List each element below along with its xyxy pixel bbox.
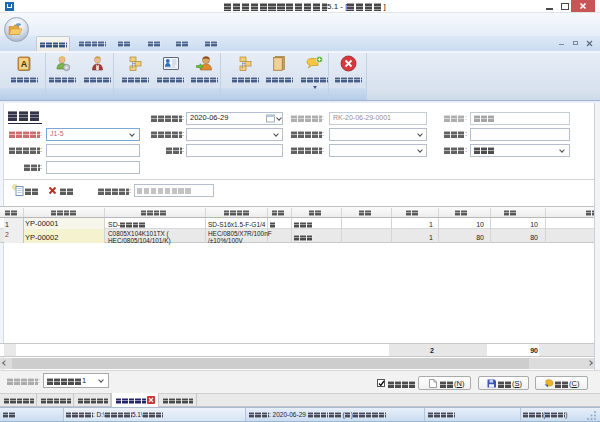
svg-text:A: A: [21, 59, 28, 69]
